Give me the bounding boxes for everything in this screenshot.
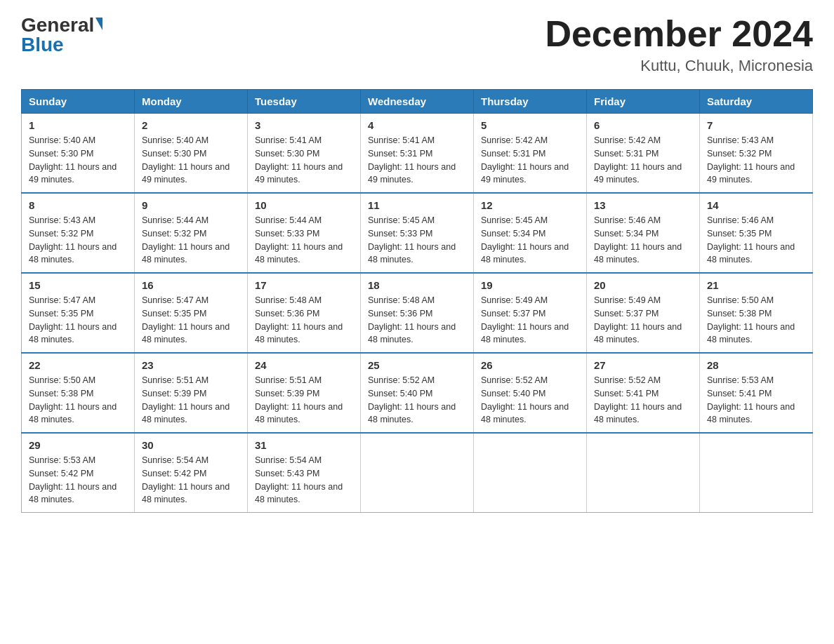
day-info: Sunrise: 5:41 AM Sunset: 5:30 PM Dayligh…: [255, 134, 353, 187]
day-info: Sunrise: 5:45 AM Sunset: 5:34 PM Dayligh…: [481, 214, 579, 267]
day-info: Sunrise: 5:41 AM Sunset: 5:31 PM Dayligh…: [368, 134, 466, 187]
calendar-cell: 16 Sunrise: 5:47 AM Sunset: 5:35 PM Dayl…: [135, 273, 248, 353]
calendar-cell: 5 Sunrise: 5:42 AM Sunset: 5:31 PM Dayli…: [474, 114, 587, 194]
day-info: Sunrise: 5:43 AM Sunset: 5:32 PM Dayligh…: [707, 134, 805, 187]
day-number: 19: [481, 279, 579, 291]
calendar-cell: 15 Sunrise: 5:47 AM Sunset: 5:35 PM Dayl…: [22, 273, 135, 353]
week-row-1: 1 Sunrise: 5:40 AM Sunset: 5:30 PM Dayli…: [22, 114, 813, 194]
day-number: 26: [481, 359, 579, 371]
day-info: Sunrise: 5:42 AM Sunset: 5:31 PM Dayligh…: [594, 134, 692, 187]
calendar-cell: 13 Sunrise: 5:46 AM Sunset: 5:34 PM Dayl…: [587, 193, 700, 273]
week-row-4: 22 Sunrise: 5:50 AM Sunset: 5:38 PM Dayl…: [22, 353, 813, 433]
logo: General Blue: [21, 14, 102, 56]
day-number: 24: [255, 359, 353, 371]
day-info: Sunrise: 5:46 AM Sunset: 5:35 PM Dayligh…: [707, 214, 805, 267]
calendar-header-row: SundayMondayTuesdayWednesdayThursdayFrid…: [22, 90, 813, 114]
calendar-table: SundayMondayTuesdayWednesdayThursdayFrid…: [21, 89, 813, 513]
day-info: Sunrise: 5:54 AM Sunset: 5:43 PM Dayligh…: [255, 454, 353, 507]
day-number: 5: [481, 119, 579, 131]
day-number: 1: [29, 119, 127, 131]
calendar-cell: 11 Sunrise: 5:45 AM Sunset: 5:33 PM Dayl…: [361, 193, 474, 273]
day-number: 31: [255, 439, 353, 451]
day-number: 12: [481, 199, 579, 211]
logo-blue-text: Blue: [21, 34, 64, 56]
calendar-cell: 4 Sunrise: 5:41 AM Sunset: 5:31 PM Dayli…: [361, 114, 474, 194]
calendar-cell: 28 Sunrise: 5:53 AM Sunset: 5:41 PM Dayl…: [700, 353, 813, 433]
day-info: Sunrise: 5:48 AM Sunset: 5:36 PM Dayligh…: [255, 294, 353, 347]
header: General Blue December 2024 Kuttu, Chuuk,…: [21, 14, 813, 75]
day-info: Sunrise: 5:51 AM Sunset: 5:39 PM Dayligh…: [255, 374, 353, 427]
location-title: Kuttu, Chuuk, Micronesia: [545, 57, 813, 75]
day-info: Sunrise: 5:40 AM Sunset: 5:30 PM Dayligh…: [29, 134, 127, 187]
calendar-cell: 25 Sunrise: 5:52 AM Sunset: 5:40 PM Dayl…: [361, 353, 474, 433]
day-number: 30: [142, 439, 240, 451]
calendar-cell: [700, 433, 813, 513]
calendar-cell: 10 Sunrise: 5:44 AM Sunset: 5:33 PM Dayl…: [248, 193, 361, 273]
day-info: Sunrise: 5:49 AM Sunset: 5:37 PM Dayligh…: [481, 294, 579, 347]
header-tuesday: Tuesday: [248, 90, 361, 114]
day-info: Sunrise: 5:42 AM Sunset: 5:31 PM Dayligh…: [481, 134, 579, 187]
calendar-cell: 3 Sunrise: 5:41 AM Sunset: 5:30 PM Dayli…: [248, 114, 361, 194]
day-info: Sunrise: 5:54 AM Sunset: 5:42 PM Dayligh…: [142, 454, 240, 507]
day-number: 3: [255, 119, 353, 131]
calendar-cell: 24 Sunrise: 5:51 AM Sunset: 5:39 PM Dayl…: [248, 353, 361, 433]
day-info: Sunrise: 5:47 AM Sunset: 5:35 PM Dayligh…: [142, 294, 240, 347]
day-info: Sunrise: 5:44 AM Sunset: 5:32 PM Dayligh…: [142, 214, 240, 267]
calendar-cell: 6 Sunrise: 5:42 AM Sunset: 5:31 PM Dayli…: [587, 114, 700, 194]
day-info: Sunrise: 5:40 AM Sunset: 5:30 PM Dayligh…: [142, 134, 240, 187]
header-thursday: Thursday: [474, 90, 587, 114]
day-info: Sunrise: 5:45 AM Sunset: 5:33 PM Dayligh…: [368, 214, 466, 267]
calendar-cell: 19 Sunrise: 5:49 AM Sunset: 5:37 PM Dayl…: [474, 273, 587, 353]
calendar-cell: 20 Sunrise: 5:49 AM Sunset: 5:37 PM Dayl…: [587, 273, 700, 353]
day-number: 6: [594, 119, 692, 131]
day-number: 21: [707, 279, 805, 291]
header-monday: Monday: [135, 90, 248, 114]
day-number: 8: [29, 199, 127, 211]
calendar-cell: 23 Sunrise: 5:51 AM Sunset: 5:39 PM Dayl…: [135, 353, 248, 433]
calendar-cell: [361, 433, 474, 513]
calendar-cell: 7 Sunrise: 5:43 AM Sunset: 5:32 PM Dayli…: [700, 114, 813, 194]
header-wednesday: Wednesday: [361, 90, 474, 114]
day-number: 14: [707, 199, 805, 211]
day-info: Sunrise: 5:44 AM Sunset: 5:33 PM Dayligh…: [255, 214, 353, 267]
day-number: 13: [594, 199, 692, 211]
calendar-cell: 2 Sunrise: 5:40 AM Sunset: 5:30 PM Dayli…: [135, 114, 248, 194]
day-number: 25: [368, 359, 466, 371]
header-sunday: Sunday: [22, 90, 135, 114]
day-number: 22: [29, 359, 127, 371]
calendar-cell: 1 Sunrise: 5:40 AM Sunset: 5:30 PM Dayli…: [22, 114, 135, 194]
calendar-cell: 26 Sunrise: 5:52 AM Sunset: 5:40 PM Dayl…: [474, 353, 587, 433]
calendar-cell: 21 Sunrise: 5:50 AM Sunset: 5:38 PM Dayl…: [700, 273, 813, 353]
day-number: 18: [368, 279, 466, 291]
day-number: 2: [142, 119, 240, 131]
calendar-cell: 12 Sunrise: 5:45 AM Sunset: 5:34 PM Dayl…: [474, 193, 587, 273]
day-info: Sunrise: 5:48 AM Sunset: 5:36 PM Dayligh…: [368, 294, 466, 347]
calendar-cell: 29 Sunrise: 5:53 AM Sunset: 5:42 PM Dayl…: [22, 433, 135, 513]
day-info: Sunrise: 5:52 AM Sunset: 5:41 PM Dayligh…: [594, 374, 692, 427]
week-row-2: 8 Sunrise: 5:43 AM Sunset: 5:32 PM Dayli…: [22, 193, 813, 273]
day-info: Sunrise: 5:50 AM Sunset: 5:38 PM Dayligh…: [29, 374, 127, 427]
week-row-3: 15 Sunrise: 5:47 AM Sunset: 5:35 PM Dayl…: [22, 273, 813, 353]
day-number: 17: [255, 279, 353, 291]
day-number: 9: [142, 199, 240, 211]
day-number: 27: [594, 359, 692, 371]
day-info: Sunrise: 5:46 AM Sunset: 5:34 PM Dayligh…: [594, 214, 692, 267]
day-number: 23: [142, 359, 240, 371]
calendar-cell: 18 Sunrise: 5:48 AM Sunset: 5:36 PM Dayl…: [361, 273, 474, 353]
calendar-cell: 22 Sunrise: 5:50 AM Sunset: 5:38 PM Dayl…: [22, 353, 135, 433]
week-row-5: 29 Sunrise: 5:53 AM Sunset: 5:42 PM Dayl…: [22, 433, 813, 513]
logo-triangle-icon: [95, 18, 102, 30]
calendar-cell: [587, 433, 700, 513]
day-number: 10: [255, 199, 353, 211]
day-number: 20: [594, 279, 692, 291]
day-number: 7: [707, 119, 805, 131]
calendar-cell: 14 Sunrise: 5:46 AM Sunset: 5:35 PM Dayl…: [700, 193, 813, 273]
day-info: Sunrise: 5:52 AM Sunset: 5:40 PM Dayligh…: [481, 374, 579, 427]
calendar-cell: 9 Sunrise: 5:44 AM Sunset: 5:32 PM Dayli…: [135, 193, 248, 273]
calendar-cell: 8 Sunrise: 5:43 AM Sunset: 5:32 PM Dayli…: [22, 193, 135, 273]
day-info: Sunrise: 5:51 AM Sunset: 5:39 PM Dayligh…: [142, 374, 240, 427]
month-title: December 2024: [545, 14, 813, 54]
calendar-cell: 31 Sunrise: 5:54 AM Sunset: 5:43 PM Dayl…: [248, 433, 361, 513]
title-area: December 2024 Kuttu, Chuuk, Micronesia: [545, 14, 813, 75]
day-number: 15: [29, 279, 127, 291]
